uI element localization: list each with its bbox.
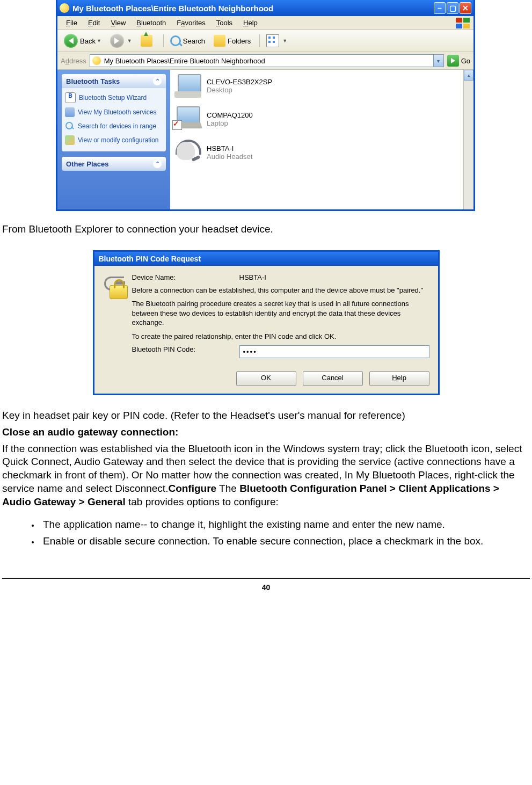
body-paragraph: Key in headset pair key or PIN code. (Re… — [2, 409, 530, 423]
views-button[interactable]: ▼ — [263, 33, 290, 49]
menu-help[interactable]: Help — [238, 18, 263, 28]
pin-code-label: Bluetooth PIN Code: — [132, 345, 239, 358]
pin-request-dialog: Bluetooth PIN Code Request Device Name: … — [93, 250, 440, 396]
other-places-panel: Other Places ⌃ — [62, 157, 166, 171]
body-paragraph: From Bluetooth Explorer to connection yo… — [2, 223, 530, 236]
device-item-desktop[interactable]: CLEVO-ES3B2X2SP Desktop — [173, 73, 470, 99]
keys-lock-icon — [103, 273, 132, 363]
folder-up-icon — [141, 35, 152, 47]
toolbar-separator — [163, 34, 164, 47]
svg-rect-3 — [463, 24, 470, 28]
folders-icon — [214, 35, 225, 47]
toolbar-separator — [259, 34, 260, 47]
device-type: Desktop — [207, 86, 272, 94]
list-item: The application name-- to change it, hig… — [40, 518, 530, 532]
search-devices-icon — [65, 121, 75, 131]
device-type: Audio Headset — [207, 152, 252, 161]
bluetooth-places-icon — [60, 3, 69, 13]
dialog-paragraph: The Bluetooth pairing procedure creates … — [132, 299, 429, 328]
device-name: HSBTA-I — [207, 144, 252, 152]
forward-dropdown-icon[interactable]: ▼ — [127, 38, 132, 43]
menu-bluetooth[interactable]: Bluetooth — [131, 18, 171, 28]
menu-favorites[interactable]: Favorites — [171, 18, 210, 28]
go-arrow-icon — [447, 55, 459, 67]
go-button[interactable]: Go — [447, 55, 470, 67]
menu-file[interactable]: File — [61, 18, 83, 28]
device-name-value: HSBTA-I — [239, 273, 266, 281]
views-dropdown-icon[interactable]: ▼ — [282, 38, 287, 43]
menu-edit[interactable]: Edit — [83, 18, 105, 28]
task-modify-config[interactable]: View or modify configuration — [65, 133, 163, 147]
back-button[interactable]: Back ▼ — [61, 32, 105, 49]
task-label: Bluetooth Setup Wizard — [79, 94, 147, 101]
back-label: Back — [80, 37, 96, 45]
task-label: View My Bluetooth services — [78, 108, 157, 116]
collapse-icon: ⌃ — [153, 159, 162, 168]
address-dropdown-button[interactable]: ▾ — [434, 54, 444, 67]
device-name: COMPAQ1200 — [207, 111, 253, 119]
search-button[interactable]: Search — [167, 34, 208, 48]
menu-view[interactable]: View — [105, 18, 131, 28]
explorer-body: Bluetooth Tasks ⌃ Bluetooth Setup Wizard… — [57, 70, 473, 209]
minimize-button[interactable]: – — [434, 2, 446, 14]
task-label: Search for devices in range — [78, 122, 156, 130]
help-button[interactable]: Help — [369, 371, 429, 386]
task-setup-wizard[interactable]: Bluetooth Setup Wizard — [65, 90, 163, 105]
bluetooth-tasks-header[interactable]: Bluetooth Tasks ⌃ — [62, 74, 166, 88]
checkmark-icon — [172, 120, 182, 130]
up-button[interactable] — [137, 33, 158, 48]
device-list: CLEVO-ES3B2X2SP Desktop COMPAQ1200 Lapto… — [170, 70, 473, 209]
headset-icon — [173, 140, 201, 165]
list-item: Enable or disable secure connection. To … — [40, 535, 530, 548]
go-label: Go — [461, 57, 470, 65]
dialog-title: Bluetooth PIN Code Request — [99, 255, 201, 263]
device-type: Laptop — [207, 119, 253, 127]
forward-arrow-icon — [110, 34, 124, 48]
laptop-computer-icon — [173, 106, 201, 132]
windows-logo-icon — [455, 17, 471, 29]
forward-button[interactable]: ▼ — [107, 32, 135, 49]
window-title: My Bluetooth Places\Entire Bluetooth Nei… — [72, 4, 273, 13]
cancel-button[interactable]: Cancel — [303, 371, 363, 386]
address-bar: Address My Bluetooth Places\Entire Bluet… — [57, 52, 473, 70]
pin-code-input[interactable]: •••• — [239, 345, 429, 358]
section-heading: Close an audio gateway connection: — [2, 426, 530, 439]
back-dropdown-icon[interactable]: ▼ — [97, 38, 101, 43]
device-name-label: Device Name: — [132, 273, 239, 281]
config-icon — [65, 135, 75, 145]
address-icon — [92, 56, 101, 65]
dialog-title-bar: Bluetooth PIN Code Request — [94, 252, 438, 266]
task-search-devices[interactable]: Search for devices in range — [65, 119, 163, 133]
ok-button[interactable]: OK — [236, 371, 296, 386]
bluetooth-tasks-title: Bluetooth Tasks — [66, 77, 120, 85]
explorer-window: My Bluetooth Places\Entire Bluetooth Nei… — [56, 0, 475, 211]
scrollbar-up-button[interactable]: ▴ — [464, 70, 473, 81]
views-icon — [266, 34, 279, 47]
search-label: Search — [183, 37, 205, 45]
footer-rule — [2, 578, 530, 579]
other-places-title: Other Places — [66, 160, 109, 168]
task-label: View or modify configuration — [78, 136, 159, 144]
address-label: Address — [61, 57, 86, 65]
desktop-computer-icon — [173, 73, 201, 99]
toolbar: Back ▼ ▼ Search Folders ▼ — [57, 30, 473, 52]
folders-label: Folders — [228, 37, 251, 45]
vertical-scrollbar[interactable]: ▴ — [463, 70, 473, 209]
folders-button[interactable]: Folders — [210, 33, 254, 48]
menu-tools[interactable]: Tools — [211, 18, 238, 28]
device-item-laptop[interactable]: COMPAQ1200 Laptop — [173, 106, 470, 132]
collapse-icon: ⌃ — [153, 77, 162, 85]
address-input[interactable]: My Bluetooth Places\Entire Bluetooth Nei… — [90, 54, 434, 67]
title-bar: My Bluetooth Places\Entire Bluetooth Nei… — [57, 0, 473, 16]
device-item-headset[interactable]: HSBTA-I Audio Headset — [173, 140, 470, 165]
other-places-header[interactable]: Other Places ⌃ — [62, 157, 166, 171]
task-view-services[interactable]: View My Bluetooth services — [65, 105, 163, 119]
bluetooth-tasks-panel: Bluetooth Tasks ⌃ Bluetooth Setup Wizard… — [62, 74, 166, 151]
maximize-button[interactable]: ▢ — [447, 2, 458, 14]
dialog-paragraph: Before a connection can be established, … — [132, 286, 429, 295]
svg-rect-2 — [456, 24, 462, 28]
back-arrow-icon — [64, 34, 78, 48]
body-paragraph: If the connection was established via th… — [2, 442, 530, 508]
wizard-icon — [65, 92, 76, 103]
close-button[interactable]: ✕ — [460, 2, 471, 14]
